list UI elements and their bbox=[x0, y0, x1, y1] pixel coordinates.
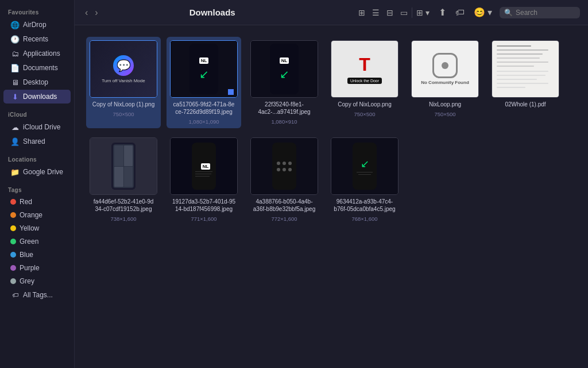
file-thumbnail bbox=[90, 137, 157, 195]
list-item[interactable]: fa44d6ef-52b2-41e0-9d 34-c07cdf19152b.jp… bbox=[86, 134, 161, 225]
file-thumbnail: NL bbox=[170, 137, 238, 195]
tesla-thumb: T Unlock the Door bbox=[331, 41, 398, 97]
file-name: 02Whole (1).pdf bbox=[505, 101, 546, 108]
file-thumbnail bbox=[250, 137, 318, 195]
file-name: ca517065-9fd2-471a-8e ce-7226d9d89f19.jp… bbox=[170, 101, 238, 116]
toolbar-right-group: ⬆ 🏷 😊 ▾ 🔍 bbox=[437, 6, 580, 19]
pdf-thumb bbox=[492, 41, 559, 97]
drive-icon: 📁 bbox=[10, 167, 20, 177]
sidebar-item-icloud-drive[interactable]: ☁ iCloud Drive bbox=[3, 120, 71, 134]
file-name: 22f35240-f8e1-4ac2-...a97419f.jpeg bbox=[250, 101, 318, 116]
shared-icon: 👤 bbox=[10, 137, 20, 146]
sidebar-item-downloads[interactable]: ⬇ Downloads bbox=[3, 90, 71, 103]
locations-header: Locations bbox=[0, 153, 74, 164]
list-item[interactable]: No Community Found NixLoop.png 750×500 bbox=[408, 37, 482, 128]
list-item[interactable]: NL 19127da3-52b7-401d-95 14-bd187f456998… bbox=[167, 134, 241, 225]
icloud-header: iCloud bbox=[0, 108, 74, 120]
icloud-icon: ☁ bbox=[10, 122, 20, 132]
file-dims: 750×500 bbox=[113, 111, 134, 117]
sidebar-item-tag-grey[interactable]: Grey bbox=[3, 275, 71, 288]
file-dims: 1,080×910 bbox=[271, 118, 297, 125]
toolbar-divider bbox=[412, 7, 412, 18]
file-thumbnail: NL ↙ bbox=[170, 40, 238, 98]
sidebar-item-tag-blue[interactable]: Blue bbox=[3, 248, 71, 261]
sidebar-item-tag-orange[interactable]: Orange bbox=[3, 209, 71, 221]
file-thumbnail: T Unlock the Door bbox=[331, 40, 399, 98]
file-thumbnail bbox=[492, 40, 559, 98]
list-item[interactable]: 4a388766-b050-4a4b- a36f-b8b9e32bbf5a.jp… bbox=[247, 134, 322, 225]
file-dims: 1,080×1,090 bbox=[188, 118, 219, 125]
search-icon: 🔍 bbox=[504, 9, 513, 17]
blue-dot bbox=[10, 252, 16, 258]
search-input[interactable] bbox=[516, 9, 575, 17]
sidebar-item-tag-yellow[interactable]: Yellow bbox=[3, 222, 71, 235]
airdrop-icon: 🌐 bbox=[10, 20, 20, 29]
share-button[interactable]: ⬆ bbox=[437, 6, 448, 19]
tags-header: Tags bbox=[0, 183, 74, 195]
file-dims: 750×500 bbox=[354, 111, 375, 117]
file-grid: 💬 Turn off Vanish Mode Copy of NixLoop (… bbox=[75, 25, 588, 368]
grid-view-button[interactable]: ⊞ bbox=[355, 6, 368, 19]
file-thumbnail: No Community Found bbox=[411, 40, 479, 98]
favourites-header: Favourites bbox=[0, 6, 74, 17]
list-item[interactable]: 02Whole (1).pdf bbox=[488, 37, 563, 128]
messenger-icon: 💬 bbox=[113, 55, 134, 76]
list-item[interactable]: ↙ 9634412a-a93b-47c4- b76f-05dca0bfa4c5.… bbox=[327, 134, 402, 225]
list-item[interactable]: T Unlock the Door Copy of NixLoop.png 75… bbox=[327, 37, 402, 128]
view-icons-group: ⊞ ☰ ⊟ ▭ ⊞ ▾ bbox=[355, 6, 432, 19]
file-dims: 772×1,600 bbox=[271, 216, 297, 222]
file-thumbnail: NL ↙ bbox=[250, 40, 318, 98]
toolbar: ‹ › Downloads ⊞ ☰ ⊟ ▭ ⊞ ▾ ⬆ 🏷 😊 ▾ 🔍 bbox=[75, 0, 588, 25]
all-tags-icon: 🏷 bbox=[10, 290, 20, 300]
list-item[interactable]: NL ↙ 22f35240-f8e1-4ac2-...a97419f.jpeg … bbox=[247, 37, 322, 128]
file-thumbnail: 💬 Turn off Vanish Mode bbox=[90, 40, 157, 98]
file-name: Copy of NixLoop (1).png bbox=[92, 101, 154, 108]
sidebar-item-google-drive[interactable]: 📁 Google Drive bbox=[3, 165, 71, 179]
file-name: Copy of NixLoop.png bbox=[338, 101, 391, 108]
sidebar: Favourites 🌐 AirDrop 🕐 Recents 🗂 Applica… bbox=[0, 0, 75, 368]
file-dims: 738×1,600 bbox=[110, 216, 136, 222]
orange-dot bbox=[10, 212, 16, 218]
sidebar-item-shared[interactable]: 👤 Shared bbox=[3, 135, 71, 148]
recents-icon: 🕐 bbox=[10, 34, 20, 44]
documents-icon: 📄 bbox=[10, 63, 20, 72]
file-thumbnail: ↙ bbox=[331, 137, 399, 195]
instagram-thumb: No Community Found bbox=[412, 41, 478, 97]
sort-button[interactable]: ⊞ ▾ bbox=[413, 6, 432, 19]
file-dims: 768×1,600 bbox=[351, 216, 377, 222]
file-name: NixLoop.png bbox=[429, 101, 461, 108]
desktop-icon: 🖥 bbox=[10, 78, 20, 87]
file-name: 9634412a-a93b-47c4- b76f-05dca0bfa4c5.jp… bbox=[331, 198, 399, 213]
red-dot bbox=[10, 199, 16, 205]
sidebar-item-desktop[interactable]: 🖥 Desktop bbox=[3, 75, 71, 89]
file-name: 19127da3-52b7-401d-95 14-bd187f456998.jp… bbox=[170, 198, 238, 213]
column-view-button[interactable]: ⊟ bbox=[384, 6, 396, 19]
sidebar-item-tag-purple[interactable]: Purple bbox=[3, 262, 71, 274]
downloads-icon: ⬇ bbox=[10, 92, 20, 101]
sidebar-item-documents[interactable]: 📄 Documents bbox=[3, 61, 71, 75]
sidebar-item-airdrop[interactable]: 🌐 AirDrop bbox=[3, 18, 71, 32]
window-title: Downloads bbox=[74, 7, 351, 17]
file-name: 4a388766-b050-4a4b- a36f-b8b9e32bbf5a.jp… bbox=[250, 198, 318, 213]
search-box[interactable]: 🔍 bbox=[500, 7, 580, 18]
sidebar-item-tag-green[interactable]: Green bbox=[3, 235, 71, 248]
sidebar-item-tag-red[interactable]: Red bbox=[3, 195, 71, 208]
sidebar-item-all-tags[interactable]: 🏷 All Tags... bbox=[3, 288, 71, 302]
tag-button[interactable]: 🏷 bbox=[454, 6, 466, 19]
sidebar-item-applications[interactable]: 🗂 Applications bbox=[3, 47, 71, 60]
main-panel: ‹ › Downloads ⊞ ☰ ⊟ ▭ ⊞ ▾ ⬆ 🏷 😊 ▾ 🔍 bbox=[75, 0, 588, 368]
applications-icon: 🗂 bbox=[10, 49, 20, 58]
yellow-dot bbox=[10, 225, 16, 231]
purple-dot bbox=[10, 265, 16, 271]
file-dims: 771×1,600 bbox=[191, 216, 216, 222]
list-view-button[interactable]: ☰ bbox=[369, 6, 382, 19]
more-button[interactable]: 😊 ▾ bbox=[472, 6, 494, 19]
green-dot bbox=[10, 239, 16, 244]
gallery-view-button[interactable]: ▭ bbox=[397, 6, 411, 19]
list-item[interactable]: NL ↙ ca517065-9fd2-471a-8e ce-7226d9d89f… bbox=[167, 37, 241, 128]
sidebar-item-recents[interactable]: 🕐 Recents bbox=[3, 32, 71, 46]
file-dims: 750×500 bbox=[434, 111, 455, 117]
grey-dot bbox=[10, 278, 16, 284]
file-name: fa44d6ef-52b2-41e0-9d 34-c07cdf19152b.jp… bbox=[90, 198, 157, 213]
list-item[interactable]: 💬 Turn off Vanish Mode Copy of NixLoop (… bbox=[86, 37, 161, 128]
